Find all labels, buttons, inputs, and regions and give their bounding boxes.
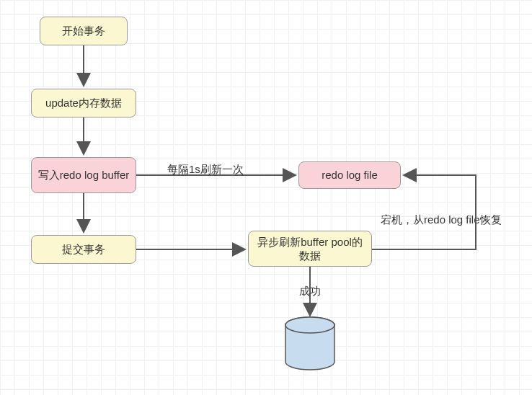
svg-point-0 [285, 317, 334, 333]
node-start-transaction: 开始事务 [40, 17, 128, 45]
svg-point-1 [285, 317, 334, 333]
edge-label-success: 成功 [299, 285, 321, 298]
diagram-edges [0, 0, 532, 395]
database-cylinder-icon [285, 317, 334, 370]
edge-label-crash-recover: 宕机，从redo log file恢复 [381, 213, 502, 227]
node-commit-transaction: 提交事务 [31, 235, 136, 264]
node-redo-log-buffer: 写入redo log buffer [31, 157, 136, 193]
node-update-memory: update内存数据 [31, 89, 136, 117]
edge-label-interval-flush: 每隔1s刷新一次 [167, 163, 244, 177]
node-redo-log-file: redo log file [298, 161, 401, 189]
node-async-flush: 异步刷新buffer pool的数据 [248, 231, 372, 267]
